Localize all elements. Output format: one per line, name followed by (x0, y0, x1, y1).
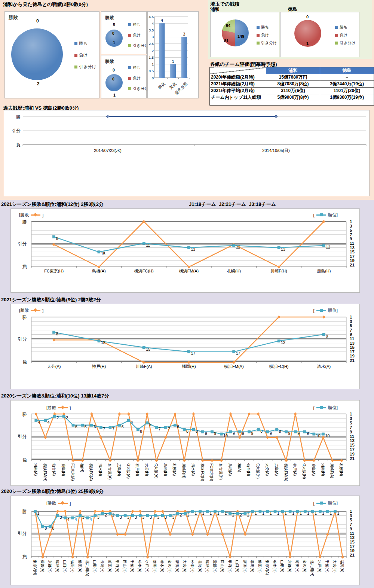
win-color-swatch (335, 26, 338, 29)
winloss-legend-close: ] (70, 501, 71, 506)
rank-value-label: 8 (52, 526, 55, 530)
match-x-label: 栃木(H) (273, 560, 277, 573)
winloss-legend-label: [勝敗 (19, 212, 29, 218)
match-x-label: 金沢(H) (168, 560, 172, 573)
rank-value-label: 3 (127, 515, 129, 520)
rank-marker (281, 510, 284, 513)
rank-axis-tick: 21 (350, 456, 355, 461)
match-x-label: 水戸(A) (318, 560, 322, 572)
rank-value-label: 9 (270, 431, 272, 436)
table-row-label: 2020/年俸総額(2月時) (210, 74, 266, 81)
rank-value-label: 2 (232, 513, 234, 517)
match-x-label: 川崎F(A) (330, 463, 334, 478)
table-cell: 3110万(6位) (266, 88, 320, 94)
rank-marker (98, 339, 100, 342)
win-color-swatch (128, 23, 131, 26)
rank-axis-tick: 15 (350, 443, 355, 447)
rank-value-label: 6 (85, 424, 87, 429)
result-axis-label: 引分 (18, 336, 27, 342)
match-x-label: 札幌(H) (227, 269, 241, 273)
rank-axis-tick: 19 (350, 258, 355, 263)
legend-item: 負け (74, 52, 96, 58)
result-axis-label: 引分 (18, 241, 27, 246)
rank-marker (137, 428, 139, 431)
loss-color-swatch (257, 34, 260, 37)
rank-marker (278, 339, 280, 342)
rank-value-label: 1 (329, 511, 332, 515)
rank-axis-tick: 19 (350, 452, 355, 456)
match-x-label: 川崎F(H) (182, 463, 186, 478)
table-cell: 1101万(20位) (320, 88, 374, 94)
pie-header: 勝敗 (105, 15, 114, 21)
match-x-label: 愛媛(A) (40, 560, 45, 572)
rank-marker (169, 514, 171, 517)
legend-item: 勝ち (257, 25, 277, 30)
table-row: 2021/年俸総額(2月時)8億7080万(8位)3億7440万(19位) (210, 81, 374, 88)
table-empty-row (210, 101, 374, 106)
main-pie (11, 28, 63, 80)
rank-marker (285, 430, 288, 433)
match-x-label: 山口(H) (63, 560, 67, 573)
rank-value-label: 4 (90, 517, 92, 522)
pie-header: 勝敗 (105, 58, 114, 65)
rank-marker (99, 426, 102, 429)
winloss-marker (131, 510, 134, 513)
season-2021-tokushima-chart-box: [勝敗 ] [ 順位] 13579111315171921勝引分負8121517… (10, 304, 360, 389)
rank-axis-tick: 1 (350, 509, 352, 514)
history-chart: 勝引分負2014/07/23(水)2014/10/05(日) (4, 110, 369, 196)
table-corner-cell (210, 67, 266, 74)
match-x-label: C大阪(A) (154, 463, 158, 479)
saitama-urawa-pie-box: 64 81 149 勝ち負け引き分け (210, 12, 279, 57)
dashboard: 浦和から見た徳島との戦績(2勝0敗0分) 勝敗 0 2 勝ち負け引き分け 勝敗 … (0, 0, 374, 588)
legend-item: 引き分け (257, 40, 277, 46)
match-x-label: 松本(H) (190, 560, 194, 573)
winloss-series-icon (58, 503, 68, 504)
main-pie-legend: 勝ち負け引き分け (74, 41, 96, 76)
match-x-label: 新潟(H) (243, 560, 247, 573)
result-axis-label: 勝 (22, 412, 27, 417)
rank-marker (188, 350, 190, 353)
rank-marker (296, 510, 299, 513)
rank-value-label: 6 (177, 424, 179, 429)
win-color-swatch (128, 66, 131, 69)
rank-marker (322, 244, 325, 247)
legend-label: 引き分け (79, 64, 96, 70)
table-row-label: 2021/年俸平均(2月時) (210, 88, 266, 94)
winloss-marker (192, 412, 195, 415)
rank-series-icon (316, 214, 326, 216)
rank-marker (211, 430, 213, 433)
draw-color-swatch (257, 42, 260, 45)
rank-marker (276, 428, 278, 431)
rank-marker (109, 426, 111, 429)
season-2020-tokushima-chart-box: [勝敗 ] [ 順位] 13579111315171921勝引分負1883443… (10, 496, 360, 585)
rank-value-label: 6 (75, 424, 77, 429)
rank-marker (236, 512, 239, 515)
table-row: 2020/年俸総額(2月時)15億7680万円－ (210, 74, 374, 81)
table-row: チーム内トップ11人総額5億9000万(8位)1億9300万(19位) (210, 94, 374, 101)
winloss-marker (79, 510, 82, 513)
rank-axis-tick: 5 (350, 421, 352, 425)
svg-text:1.5: 1.5 (149, 55, 154, 60)
match-x-label: G大阪(A) (126, 463, 131, 479)
saitama-urawa-legend: 勝ち負け引き分け (257, 25, 277, 48)
match-x-label: 横浜FC(H) (134, 269, 154, 273)
rank-marker (184, 512, 186, 515)
bar-x-label: 得点 (157, 81, 166, 90)
rank-axis-tick: 13 (350, 246, 355, 250)
rank-value-label: 8 (196, 429, 198, 433)
rank-value-label: 12 (326, 245, 330, 249)
rank-marker (294, 430, 297, 433)
winloss-legend: [勝敗 ] (46, 500, 71, 506)
rank-marker (334, 510, 336, 513)
rank-legend: [ 順位] (313, 308, 338, 313)
rank-value-label: 12 (236, 245, 240, 249)
rank-marker (191, 510, 194, 513)
match-x-label: 福岡(A) (340, 560, 344, 572)
legend-label: 勝ち (261, 25, 269, 30)
rank-marker (42, 525, 44, 528)
winloss-marker (145, 412, 148, 415)
rank-axis-tick: 19 (350, 354, 355, 358)
legend-item: 勝ち (128, 65, 149, 70)
rank-marker (244, 512, 246, 515)
rank-marker (53, 235, 55, 238)
